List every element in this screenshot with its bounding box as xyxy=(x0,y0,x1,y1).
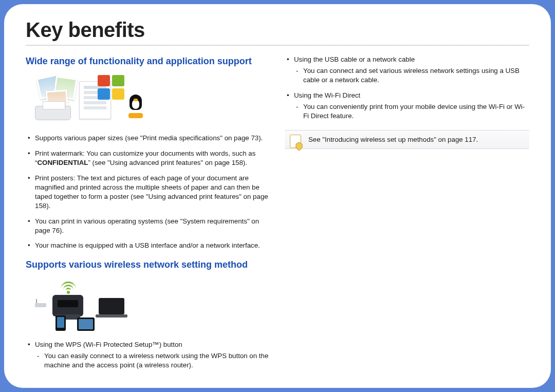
list-item: Using the Wi-Fi Direct You can convenien… xyxy=(285,91,529,121)
list-item: You can print in various operating syste… xyxy=(26,217,270,235)
list-subitem: You can connect and set various wireless… xyxy=(294,66,529,85)
note-text: See "Introducing wireless set up methods… xyxy=(308,136,478,143)
linux-tux-icon xyxy=(126,91,147,117)
printer-icon xyxy=(52,295,83,316)
list-item-text: Using the USB cable or a network cable xyxy=(294,55,415,63)
list-subitem: You can easily connect to a wireless net… xyxy=(35,351,270,370)
list-item: Using the USB cable or a network cable Y… xyxy=(285,55,529,85)
feature-list-functionality: Supports various paper sizes (see "Print… xyxy=(26,134,270,250)
list-item-text: Using the WPS (Wi-Fi Protected Setup™) b… xyxy=(35,341,182,348)
page-title: Key benefits xyxy=(26,18,529,42)
list-item: Print watermark: You can customize your … xyxy=(26,149,270,167)
emphasis-confidential: CONFIDENTIAL xyxy=(37,159,88,166)
illustration-os-support xyxy=(35,76,148,122)
right-column: Using the USB cable or a network cable Y… xyxy=(285,55,529,376)
two-column-layout: Wide range of functionality and applicat… xyxy=(26,55,529,376)
tablet-icon xyxy=(77,318,95,331)
phone-icon xyxy=(55,315,66,331)
list-item-text: Using the Wi-Fi Direct xyxy=(294,91,360,99)
list-subitem: You can conveniently print from your mob… xyxy=(294,102,529,121)
list-item: Print posters: The text and pictures of … xyxy=(26,174,270,211)
feature-list-wireless-right: Using the USB cable or a network cable Y… xyxy=(285,55,529,121)
windows-logo-icon xyxy=(98,75,125,101)
note-pencil-icon xyxy=(290,135,301,148)
list-item: Supports various paper sizes (see "Print… xyxy=(26,134,270,143)
list-item: Using the WPS (Wi-Fi Protected Setup™) b… xyxy=(26,340,270,370)
horizontal-rule xyxy=(26,45,529,46)
note-box: See "Introducing wireless set up methods… xyxy=(285,130,529,149)
list-item: Your machine is equipped with a USB inte… xyxy=(26,241,270,250)
illustration-wireless-devices xyxy=(35,279,127,329)
laptop-icon xyxy=(99,298,124,314)
section-heading-wireless: Supports various wireless network settin… xyxy=(26,259,270,270)
router-icon xyxy=(35,303,46,307)
printer-icon xyxy=(35,106,71,120)
list-item-text: ” (see "Using advanced print features" o… xyxy=(88,159,247,166)
feature-list-wireless-left: Using the WPS (Wi-Fi Protected Setup™) b… xyxy=(26,340,270,370)
manual-page: Key benefits Wide range of functionality… xyxy=(4,4,551,388)
left-column: Wide range of functionality and applicat… xyxy=(26,55,270,376)
section-heading-functionality: Wide range of functionality and applicat… xyxy=(26,56,270,67)
